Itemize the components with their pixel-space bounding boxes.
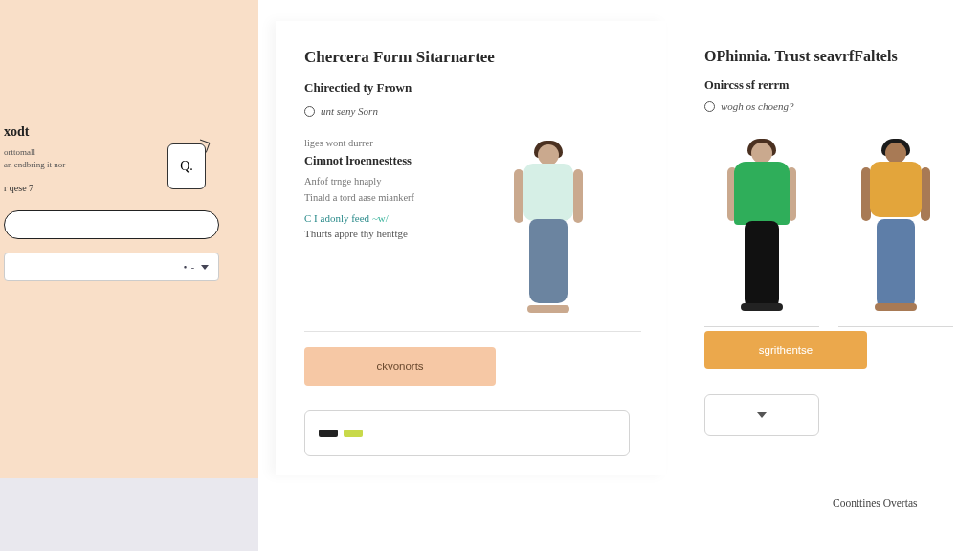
payment-chip-dark-icon	[319, 430, 338, 437]
divider	[704, 326, 819, 327]
sidebar-title: xodt	[4, 124, 245, 140]
payment-chip-lime-icon	[344, 430, 363, 437]
variant-a-copy: liges wont durrer Cimnot lroennesttess A…	[304, 138, 486, 325]
variant-a-subtitle: Chirectied ty Frown	[304, 80, 641, 96]
radio-icon	[704, 101, 715, 112]
radio-icon	[304, 106, 315, 117]
form-variant-a-card: Chercera Form Sitarnartee Chirectied ty …	[276, 21, 666, 475]
divider	[838, 326, 953, 327]
model-figure	[504, 141, 592, 322]
promo-card-icon: Q.	[167, 143, 206, 189]
footer-continue-label: Coonttines Overtas	[833, 497, 917, 509]
variant-b-radio[interactable]: wogh os choeng?	[704, 100, 980, 112]
select-indicator-icon: • -	[184, 262, 195, 273]
copy-line-3: Tinald a tord aase miankerf	[304, 192, 486, 203]
variant-b-dropdown[interactable]	[704, 394, 819, 436]
variant-a-cta-button[interactable]: ckvonorts	[304, 347, 496, 386]
variant-b-title: OPhinnia. Trust seavrfFaltels	[704, 48, 980, 65]
variant-a-title: Chercera Form Sitarnartee	[304, 48, 641, 67]
form-variant-b-card: OPhinnia. Trust seavrfFaltels Onircss sf…	[687, 21, 980, 455]
sidebar-select[interactable]: • -	[4, 253, 219, 281]
copy-line-1: liges wont durrer	[304, 138, 486, 148]
variant-b-radio-label: wogh os choeng?	[721, 100, 793, 112]
divider	[304, 331, 641, 332]
left-promo-panel: xodt orttomall an endbring it nor r qese…	[0, 0, 258, 478]
product-card[interactable]	[838, 133, 953, 327]
sparkline-icon: ~w/	[372, 212, 389, 224]
payment-method-slot[interactable]	[304, 410, 630, 456]
copy-teal: C I adonly feed ~w/	[304, 212, 486, 224]
variant-b-cta-button[interactable]: sgrithentse	[704, 331, 867, 369]
product-image	[704, 133, 819, 320]
variant-a-product-image	[486, 138, 611, 325]
sidebar-search-input[interactable]	[4, 210, 219, 239]
variant-b-subtitle: Onircss sf rerrm	[704, 78, 980, 93]
chevron-down-icon	[757, 412, 767, 418]
promo-icon-wrap: Q.	[167, 143, 213, 197]
copy-strong: Cimnot lroennesttess	[304, 154, 486, 168]
variant-a-radio[interactable]: unt seny Sorn	[304, 105, 641, 117]
product-image	[838, 133, 953, 320]
product-card[interactable]	[704, 133, 819, 327]
variant-a-radio-label: unt seny Sorn	[321, 105, 378, 117]
chevron-down-icon	[201, 265, 209, 270]
copy-line-2: Anfof trnge hnaply	[304, 176, 486, 187]
copy-line-4: Thurts appre thy henttge	[304, 228, 486, 239]
left-bottom-slab	[0, 478, 258, 551]
